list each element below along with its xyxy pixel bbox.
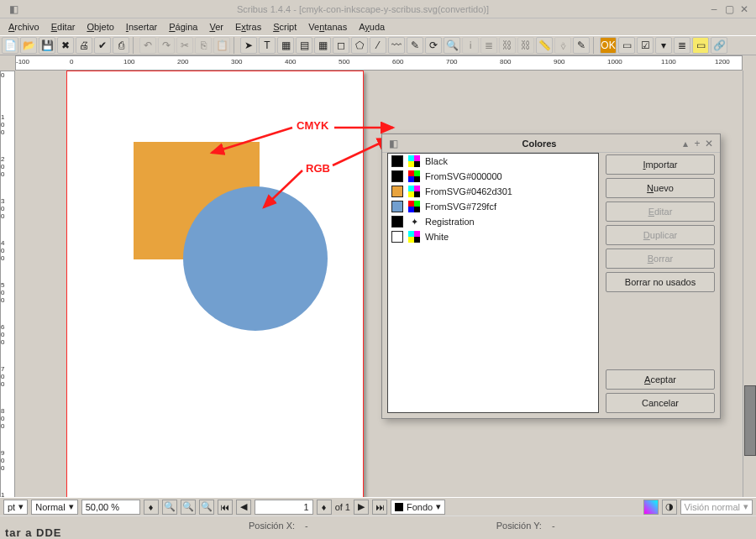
cms-toggle-icon[interactable] bbox=[643, 500, 659, 515]
ruler-tick: 1100 bbox=[661, 58, 676, 65]
color-list-item[interactable]: Black bbox=[388, 154, 598, 169]
link-frames-icon[interactable]: ⛓ bbox=[499, 37, 516, 54]
menu-insertar[interactable]: Insertar bbox=[121, 20, 162, 34]
unlink-frames-icon[interactable]: ⛓ bbox=[517, 37, 534, 54]
color-list-item[interactable]: FromSVG#729fcf bbox=[388, 199, 598, 214]
menubar: Archivo Editar Objeto Insertar Página Ve… bbox=[0, 18, 756, 35]
color-list-item[interactable]: ✦Registration bbox=[388, 214, 598, 229]
print-icon[interactable]: 🖨 bbox=[76, 37, 92, 54]
color-list-item[interactable]: FromSVG#0462d301 bbox=[388, 184, 598, 199]
save-icon[interactable]: 💾 bbox=[39, 37, 55, 54]
cancel-button[interactable]: Cancelar bbox=[606, 393, 715, 413]
edit-text-icon[interactable]: Ꭵ bbox=[462, 37, 479, 54]
menu-archivo[interactable]: Archivo bbox=[3, 20, 45, 34]
undo-icon[interactable]: ↶ bbox=[139, 37, 156, 54]
zoom-out-icon[interactable]: 🔍 bbox=[162, 500, 177, 515]
preview-toggle-icon[interactable]: ◑ bbox=[662, 500, 677, 515]
pointer-tool-icon[interactable]: ➤ bbox=[240, 37, 257, 54]
pdf-button-icon[interactable]: OK bbox=[600, 37, 617, 54]
cut-icon[interactable]: ✂ bbox=[176, 37, 193, 54]
duplicate-button[interactable]: Duplicar bbox=[606, 225, 715, 245]
cmyk-model-icon bbox=[408, 231, 420, 243]
rotate-icon[interactable]: ⟳ bbox=[425, 37, 442, 54]
zoom-in-icon[interactable]: 🔍 bbox=[199, 500, 214, 515]
color-list-item[interactable]: White bbox=[388, 229, 598, 244]
menu-script[interactable]: Script bbox=[268, 20, 302, 34]
next-page-icon[interactable]: ▶ bbox=[354, 500, 369, 515]
zoom-tool-icon[interactable]: 🔍 bbox=[444, 37, 460, 54]
bezier-icon[interactable]: 〰 bbox=[388, 37, 405, 54]
zoom-spinner-icon[interactable]: ♦ bbox=[144, 500, 159, 515]
new-file-icon[interactable]: 📄 bbox=[2, 37, 18, 54]
pdf-link-icon[interactable]: 🔗 bbox=[711, 37, 727, 54]
text-frame-icon[interactable]: T bbox=[259, 37, 276, 54]
shape-icon[interactable]: ◻ bbox=[333, 37, 349, 54]
dialog-shade-icon[interactable]: ▴ bbox=[680, 138, 691, 149]
edit-button[interactable]: Editar bbox=[606, 201, 715, 222]
prev-page-icon[interactable]: ◀ bbox=[236, 500, 251, 515]
paste-icon[interactable]: 📋 bbox=[213, 37, 230, 54]
window-menu-icon[interactable]: ◧ bbox=[7, 3, 20, 15]
measure-icon[interactable]: 📏 bbox=[536, 37, 553, 54]
eyedropper-icon[interactable]: ✎ bbox=[573, 37, 590, 54]
maximize-icon[interactable]: ▢ bbox=[722, 3, 736, 15]
table-icon[interactable]: ▦ bbox=[314, 37, 331, 54]
accept-button[interactable]: Aceptar bbox=[606, 369, 715, 390]
zoom-100-icon[interactable]: 🔍 bbox=[181, 500, 196, 515]
copy-icon[interactable]: ⎘ bbox=[195, 37, 212, 54]
posy-value: - bbox=[552, 521, 555, 531]
menu-objeto[interactable]: Objeto bbox=[81, 20, 118, 34]
pdf-checkbox-icon[interactable]: ☑ bbox=[637, 37, 654, 54]
line-icon[interactable]: ∕ bbox=[370, 37, 386, 54]
new-button[interactable]: Nuevo bbox=[606, 178, 715, 198]
dialog-close-icon[interactable]: ✕ bbox=[703, 138, 715, 149]
pdf-listbox-icon[interactable]: ≣ bbox=[674, 37, 690, 54]
story-editor-icon[interactable]: ≣ bbox=[480, 37, 497, 54]
color-list[interactable]: BlackFromSVG#000000FromSVG#0462d301FromS… bbox=[387, 153, 599, 413]
pdf-textfield-icon[interactable]: ▭ bbox=[618, 37, 635, 54]
open-file-icon[interactable]: 📂 bbox=[20, 37, 37, 54]
last-page-icon[interactable]: ⏭ bbox=[372, 500, 387, 515]
dialog-menu-icon[interactable]: ◧ bbox=[387, 138, 399, 149]
ruler-tick: 500 bbox=[339, 58, 349, 65]
menu-pagina[interactable]: Página bbox=[164, 20, 202, 34]
minimize-icon[interactable]: – bbox=[707, 3, 721, 15]
dialog-plus-icon[interactable]: + bbox=[691, 138, 703, 149]
ruler-tick: 800 bbox=[1, 407, 4, 430]
menu-ver[interactable]: Ver bbox=[204, 20, 228, 34]
menu-editar[interactable]: Editar bbox=[46, 20, 81, 34]
render-frame-icon[interactable]: ▤ bbox=[296, 37, 312, 54]
layer-select[interactable]: Fondo▾ bbox=[391, 500, 445, 515]
ruler-tick: 800 bbox=[500, 58, 511, 65]
viewmode-select[interactable]: Normal▾ bbox=[31, 500, 77, 515]
color-swatch bbox=[391, 186, 403, 197]
menu-extras[interactable]: Extras bbox=[230, 20, 266, 34]
pdf-combobox-icon[interactable]: ▾ bbox=[655, 37, 672, 54]
delete-button[interactable]: Borrar bbox=[606, 249, 715, 269]
import-button[interactable]: Importar bbox=[606, 154, 715, 175]
close-doc-icon[interactable]: ✖ bbox=[57, 37, 74, 54]
first-page-icon[interactable]: ⏮ bbox=[218, 500, 233, 515]
menu-ayuda[interactable]: Ayuda bbox=[354, 20, 390, 34]
close-icon[interactable]: ✕ bbox=[738, 3, 751, 15]
pdf-annot-icon[interactable]: ▭ bbox=[692, 37, 709, 54]
page-number-input[interactable]: 1 bbox=[255, 500, 313, 515]
freehand-icon[interactable]: ✎ bbox=[407, 37, 423, 54]
delete-unused-button[interactable]: Borrar no usados bbox=[606, 272, 715, 292]
redo-icon[interactable]: ↷ bbox=[158, 37, 175, 54]
window-title: Scribus 1.4.4 - [cmyk-con-inkscape-y-scr… bbox=[20, 4, 706, 14]
polygon-icon[interactable]: ⬠ bbox=[351, 37, 368, 54]
menu-ventanas[interactable]: Ventanas bbox=[303, 20, 352, 34]
image-frame-icon[interactable]: ▦ bbox=[277, 37, 294, 54]
ruler-tick: 400 bbox=[1, 239, 4, 262]
unit-select[interactable]: pt▾ bbox=[3, 500, 28, 515]
vertical-ruler: 01002003004005006007008009001000 bbox=[0, 71, 15, 502]
page-spinner-icon[interactable]: ♦ bbox=[317, 500, 332, 515]
export-pdf-icon[interactable]: ⎙ bbox=[113, 37, 129, 54]
zoom-input[interactable]: 50,00 % bbox=[81, 500, 140, 515]
vision-select[interactable]: Visión normal▾ bbox=[680, 500, 753, 515]
color-list-item[interactable]: FromSVG#000000 bbox=[388, 169, 598, 184]
dialog-titlebar[interactable]: ◧ Colores ▴ + ✕ bbox=[382, 134, 720, 153]
preflight-icon[interactable]: ✔ bbox=[94, 37, 111, 54]
copy-props-icon[interactable]: ⎀ bbox=[554, 37, 571, 54]
